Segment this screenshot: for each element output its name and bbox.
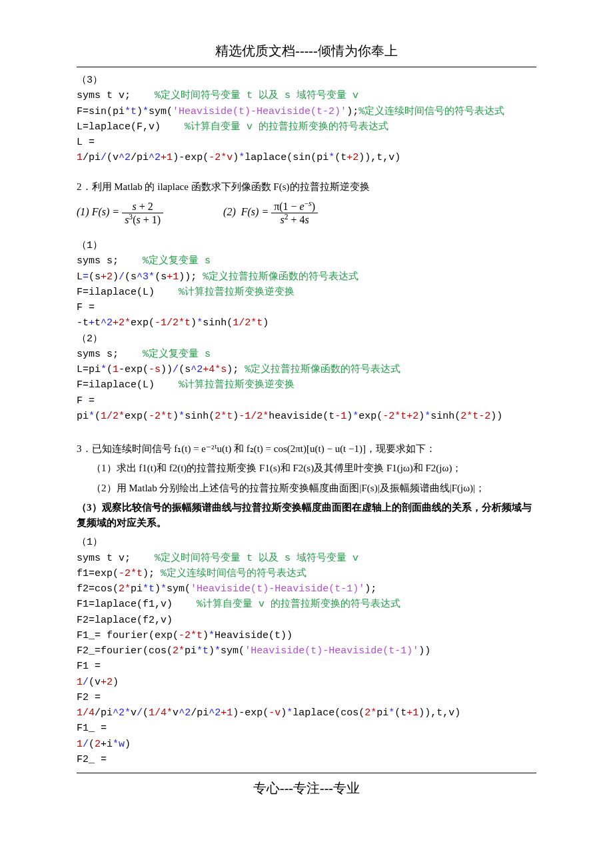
header-rule xyxy=(77,67,536,67)
code-line: 1/4/pi^2*v/(1/4*v^2/pi^2+1)-exp(-v)*lapl… xyxy=(77,705,536,721)
code-line: F2=laplace(f2,v) xyxy=(77,613,536,628)
formula-2-2: (2) F(s) = π(1 − e−s)s2 + 4s xyxy=(223,200,318,226)
code-line: F1=laplace(f1,v) %计算自变量 v 的拉普拉斯变换的符号表达式 xyxy=(77,597,536,612)
code-line: （1） xyxy=(77,238,536,253)
code-line: pi*(1/2*exp(-2*t)*sinh(2*t)-1/2*heavisid… xyxy=(77,409,536,424)
footer-rule xyxy=(77,773,536,773)
code-line: F1 = xyxy=(77,659,536,674)
code-line: F=ilaplace(L) %计算拉普拉斯变换逆变换 xyxy=(77,285,536,300)
code-line: （1） xyxy=(77,535,536,550)
code-line: F2 = xyxy=(77,690,536,705)
code-line: F2_ = xyxy=(77,752,536,767)
code-line: syms s; %定义复变量 s xyxy=(77,253,536,269)
code-line: syms t v; %定义时间符号变量 t 以及 s 域符号变量 v xyxy=(77,551,536,566)
page-header: 精选优质文档-----倾情为你奉上 xyxy=(77,40,536,61)
code-line: 1/(2+i*w) xyxy=(77,737,536,752)
code-line: L=pi*(1-exp(-s))/(s^2+4*s); %定义拉普拉斯像函数的符… xyxy=(77,362,536,377)
code-line: F1_= fourier(exp(-2*t)*Heaviside(t)) xyxy=(77,628,536,643)
code-line: F = xyxy=(77,300,536,315)
code-line: （2） xyxy=(77,331,536,347)
code-line: F2_=fourier(cos(2*pi*t)*sym('Heaviside(t… xyxy=(77,643,536,659)
page-footer: 专心---专注---专业 xyxy=(77,777,536,799)
code-line: f1=exp(-2*t); %定义连续时间信号的符号表达式 xyxy=(77,566,536,581)
question-2: 2．利用 Matlab 的 ilaplace 函数求下列像函数 F(s)的拉普拉… xyxy=(77,179,536,195)
code-line: -t+t^2+2*exp(-1/2*t)*sinh(1/2*t) xyxy=(77,315,536,331)
code-line: syms s; %定义复变量 s xyxy=(77,347,536,362)
code-line: 1/pi/(v^2/pi^2+1)-exp(-2*v)*laplace(sin(… xyxy=(77,150,536,165)
code-line: 1/(v+2) xyxy=(77,675,536,690)
question-3: 3．已知连续时间信号 f₁(t) = e⁻²ᵗu(t) 和 f₂(t) = co… xyxy=(77,441,536,457)
question-3-3: （3）观察比较信号的振幅频谱曲线与拉普拉斯变换幅度曲面图在虚轴上的剖面曲线的关系… xyxy=(77,500,536,531)
code-line: L=(s+2)/(s^3*(s+1)); %定义拉普拉斯像函数的符号表达式 xyxy=(77,269,536,285)
question-3-2: （2）用 Matlab 分别绘出上述信号的拉普拉斯变换幅度曲面图|F(s)|及振… xyxy=(77,481,536,496)
code-line: F=ilaplace(L) %计算拉普拉斯变换逆变换 xyxy=(77,377,536,393)
code-line: F1_ = xyxy=(77,721,536,736)
code-line: F=sin(pi*t)*sym('Heaviside(t)-Heaviside(… xyxy=(77,104,536,119)
document-page: 精选优质文档-----倾情为你奉上 （3） syms t v; %定义时间符号变… xyxy=(0,0,613,825)
question-3-1: （1）求出 f1(t)和 f2(t)的拉普拉斯变换 F1(s)和 F2(s)及其… xyxy=(77,461,536,476)
formulas-q2: (1) F(s) = s + 2s3(s + 1) (2) F(s) = π(1… xyxy=(77,200,536,226)
code-line: L=laplace(F,v) %计算自变量 v 的拉普拉斯变换的符号表达式 xyxy=(77,119,536,135)
code-line: （3） xyxy=(77,73,536,88)
formula-2-1: (1) F(s) = s + 2s3(s + 1) xyxy=(77,200,163,226)
code-line: F = xyxy=(77,393,536,409)
code-line: L = xyxy=(77,135,536,150)
code-line: syms t v; %定义时间符号变量 t 以及 s 域符号变量 v xyxy=(77,88,536,103)
code-line: f2=cos(2*pi*t)*sym('Heaviside(t)-Heavisi… xyxy=(77,581,536,597)
